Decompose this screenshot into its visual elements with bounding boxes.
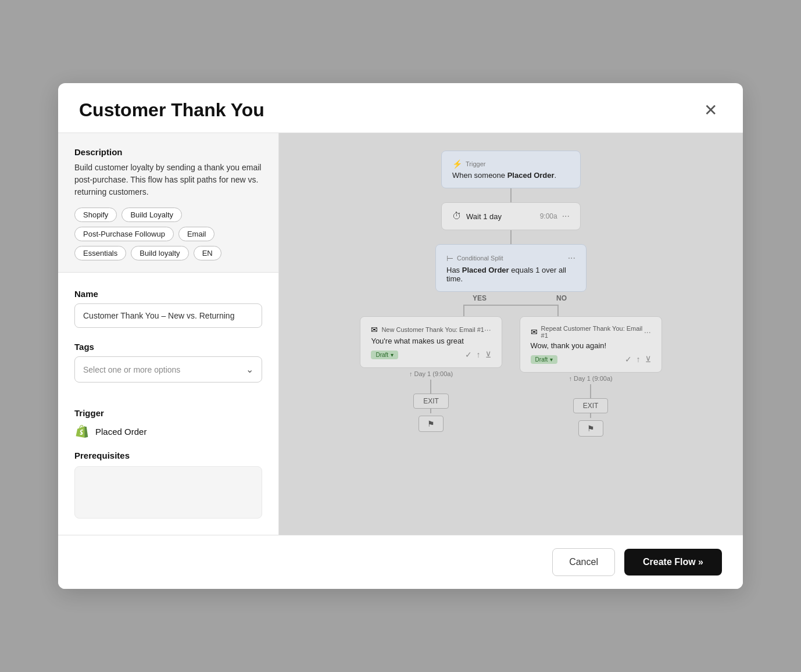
trigger-section: Trigger Placed Order (58, 408, 278, 451)
exit1-node: EXIT (413, 394, 449, 409)
split-branches: ✉ New Customer Thank You: Email #1 ··· Y… (360, 316, 661, 437)
cancel-button[interactable]: Cancel (552, 548, 615, 576)
email1-draft-badge: Draft ▾ (371, 351, 398, 359)
email2-day: ↑ Day 1 (9:00a) (568, 375, 612, 382)
email1-actions: ✓ ↑ ⊻ (465, 350, 491, 359)
email2-title: Repeat Customer Thank You: Email #1 (541, 325, 644, 339)
split-node-header: ⊢ Conditional Split ··· (446, 253, 575, 263)
trigger-text: Placed Order (95, 427, 146, 437)
right-panel: ⚡ Trigger When someone Placed Order. ⏱ (279, 133, 743, 535)
email1-footer: Draft ▾ ✓ ↑ ⊻ (371, 350, 491, 359)
wait-dots[interactable]: ··· (562, 211, 570, 221)
email2-header: ✉ Repeat Customer Thank You: Email #1 ··… (531, 325, 651, 339)
tags-row: Shopify Build Loyalty Post-Purchase Foll… (74, 208, 262, 260)
tag-shopify: Shopify (74, 208, 117, 222)
prerequisites-section: Prerequisites (58, 451, 278, 535)
split-connectors (463, 305, 559, 316)
right-connector (557, 305, 559, 316)
email2-check-icon[interactable]: ✓ (625, 355, 632, 364)
tag-email: Email (178, 227, 215, 241)
form-section: Name Tags Select one or more options ⌄ (58, 273, 278, 408)
email1-header: ✉ New Customer Thank You: Email #1 ··· (371, 325, 491, 334)
no-branch: ✉ Repeat Customer Thank You: Email #1 ··… (520, 316, 662, 437)
email2-node: ✉ Repeat Customer Thank You: Email #1 ··… (520, 316, 662, 373)
exit2-connector (590, 384, 591, 398)
draft2-dropdown-icon[interactable]: ▾ (550, 356, 553, 363)
email2-filter-icon[interactable]: ⊻ (645, 355, 651, 364)
email1-filter-icon[interactable]: ⊻ (485, 350, 491, 359)
exit2-node: EXIT (573, 398, 609, 413)
tag-build-loyalty: Build Loyalty (121, 208, 182, 222)
clock-icon: ⏱ (452, 211, 462, 221)
flag1-connector (430, 409, 431, 413)
modal: Customer Thank You ✕ Description Build c… (58, 83, 743, 589)
tags-select[interactable]: Select one or more options ⌄ (74, 356, 262, 383)
shopify-icon (74, 424, 90, 439)
email1-node: ✉ New Customer Thank You: Email #1 ··· Y… (360, 316, 502, 368)
modal-footer: Cancel Create Flow » (58, 535, 743, 589)
create-flow-button[interactable]: Create Flow » (624, 549, 722, 576)
draft-dropdown-icon[interactable]: ▾ (391, 352, 394, 358)
trigger-node: ⚡ Trigger When someone Placed Order. (441, 151, 581, 188)
tags-label: Tags (74, 342, 262, 352)
split-condition: Has Placed Order equals 1 over all time. (446, 266, 575, 283)
yes-no-labels: YES NO (455, 294, 567, 302)
email2-arrow-icon[interactable]: ↑ (636, 355, 641, 364)
modal-header: Customer Thank You ✕ (58, 83, 743, 133)
modal-body: Description Build customer loyalty by se… (58, 133, 743, 535)
email2-envelope-icon: ✉ (531, 327, 538, 337)
tag-en: EN (194, 246, 221, 260)
email2-actions: ✓ ↑ ⊻ (625, 355, 651, 364)
email2-dots[interactable]: ··· (644, 327, 651, 337)
wait-label: Wait 1 day (466, 212, 502, 221)
no-label: NO (556, 294, 567, 302)
close-button[interactable]: ✕ (699, 100, 722, 121)
yes-label: YES (455, 294, 487, 302)
chevron-down-icon: ⌄ (246, 364, 253, 375)
h-connector (464, 305, 557, 306)
left-panel: Description Build customer loyalty by se… (58, 133, 279, 535)
modal-title: Customer Thank You (79, 99, 264, 121)
email2-draft-badge: Draft ▾ (531, 355, 558, 364)
flag1-node: ⚑ (419, 416, 444, 432)
tag-post-purchase: Post-Purchase Followup (74, 227, 174, 241)
prerequisites-label: Prerequisites (74, 451, 262, 460)
email1-check-icon[interactable]: ✓ (465, 350, 472, 359)
flow-canvas: ⚡ Trigger When someone Placed Order. ⏱ (291, 151, 731, 523)
split-dots[interactable]: ··· (568, 253, 575, 263)
email1-title: New Customer Thank You: Email #1 (381, 326, 484, 333)
email1-dots[interactable]: ··· (484, 325, 491, 334)
description-label: Description (74, 147, 262, 157)
modal-overlay: Customer Thank You ✕ Description Build c… (0, 0, 801, 672)
split-node: ⊢ Conditional Split ··· Has Placed Order… (435, 244, 587, 292)
prerequisites-box (74, 466, 262, 519)
tag-build-loyalty-2: Build loyalty (131, 246, 188, 260)
flag2-node: ⚑ (578, 420, 603, 437)
tags-select-wrapper[interactable]: Select one or more options ⌄ (74, 356, 262, 383)
tags-placeholder: Select one or more options (83, 365, 180, 374)
wait-node: ⏱ Wait 1 day 9:00a ··· (441, 202, 581, 230)
email1-arrow-icon[interactable]: ↑ (477, 350, 481, 359)
left-connector (463, 305, 464, 316)
lightning-icon: ⚡ (452, 159, 462, 169)
name-input[interactable] (74, 303, 262, 328)
wait-time: 9:00a (540, 212, 557, 220)
exit1-connector (430, 380, 431, 394)
email1-envelope-icon: ✉ (371, 325, 378, 334)
flag2-connector (590, 413, 591, 418)
trigger-node-header: ⚡ Trigger (452, 159, 570, 169)
name-group: Name (74, 289, 262, 328)
email2-body: Wow, thank you again! (531, 341, 651, 350)
trigger-item: Placed Order (74, 424, 262, 439)
description-text: Build customer loyalty by sending a than… (74, 162, 262, 198)
email1-day: ↑ Day 1 (9:00a) (409, 370, 453, 377)
yes-branch: ✉ New Customer Thank You: Email #1 ··· Y… (360, 316, 502, 432)
trigger-node-title: When someone Placed Order. (452, 171, 570, 180)
tags-group: Tags Select one or more options ⌄ (74, 342, 262, 383)
trigger-label: Trigger (74, 408, 262, 418)
name-label: Name (74, 289, 262, 299)
split-icon: ⊢ (446, 253, 453, 263)
connector-1 (510, 188, 512, 202)
description-section: Description Build customer loyalty by se… (58, 133, 278, 273)
email2-footer: Draft ▾ ✓ ↑ ⊻ (531, 355, 651, 364)
